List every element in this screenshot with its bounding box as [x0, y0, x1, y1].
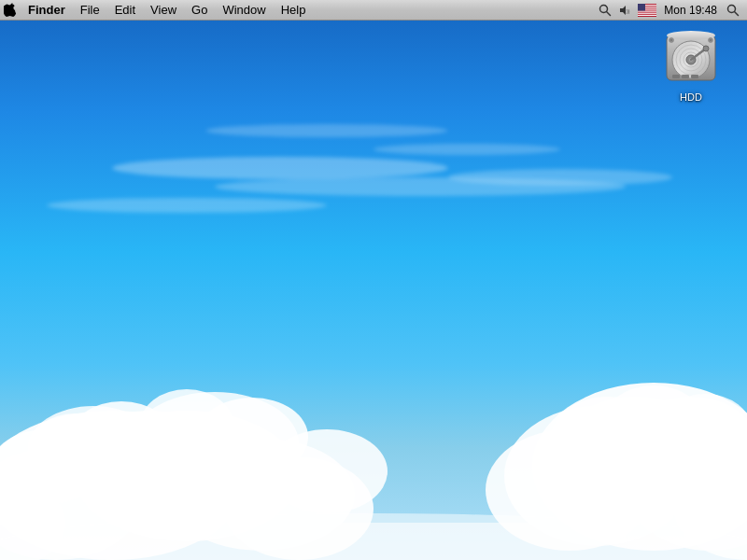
svg-point-31	[551, 397, 663, 481]
svg-line-48	[735, 11, 739, 15]
volume-icon[interactable]: ))	[617, 2, 634, 19]
file-menu[interactable]: File	[73, 0, 107, 21]
svg-point-20	[30, 413, 120, 479]
menubar: Finder File Edit View Go Window Help ))	[0, 0, 747, 21]
hdd-icon-image	[661, 28, 721, 88]
spotlight-left-icon[interactable]	[597, 2, 613, 19]
svg-point-5	[205, 124, 448, 137]
svg-point-58	[703, 46, 709, 51]
menubar-right: )) Mon 19:48	[597, 2, 747, 19]
svg-rect-65	[672, 75, 680, 78]
hdd-desktop-icon[interactable]: HDD	[654, 28, 728, 104]
desktop-background	[0, 0, 747, 560]
go-menu[interactable]: Go	[184, 0, 215, 21]
edit-menu[interactable]: Edit	[107, 0, 143, 21]
svg-point-6	[448, 169, 672, 186]
menubar-left: Finder File Edit View Go Window Help	[0, 0, 597, 21]
svg-rect-44	[638, 12, 656, 13]
svg-point-50	[667, 31, 715, 40]
svg-point-1	[112, 157, 448, 179]
clock: Mon 19:48	[660, 4, 721, 17]
svg-point-4	[374, 144, 560, 155]
svg-rect-67	[691, 75, 698, 78]
language-flag-icon[interactable]	[638, 4, 656, 17]
svg-text:)): ))	[627, 8, 630, 14]
svg-point-3	[47, 198, 327, 213]
svg-line-36	[607, 11, 611, 15]
svg-marker-37	[620, 6, 626, 15]
finder-menu[interactable]: Finder	[21, 0, 73, 21]
window-menu[interactable]: Window	[215, 0, 273, 21]
svg-rect-43	[638, 10, 656, 11]
svg-rect-46	[638, 4, 645, 11]
svg-rect-45	[638, 14, 656, 15]
help-menu[interactable]: Help	[274, 0, 314, 21]
spotlight-right-icon[interactable]	[725, 2, 741, 19]
svg-point-21	[266, 429, 388, 513]
svg-rect-66	[682, 75, 689, 78]
apple-menu[interactable]	[0, 0, 21, 21]
desktop: Finder File Edit View Go Window Help ))	[0, 0, 747, 560]
hdd-icon-label: HDD	[677, 91, 705, 104]
view-menu[interactable]: View	[143, 0, 184, 21]
